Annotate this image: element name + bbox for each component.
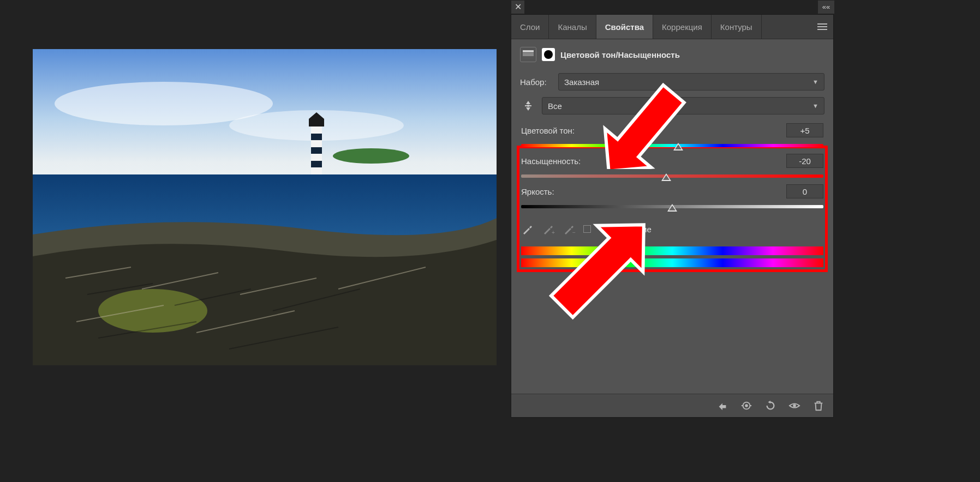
adjustment-title: Цветовой тон/Насыщенность: [560, 50, 680, 59]
svg-text:−: −: [572, 230, 576, 236]
hue-slider[interactable]: [521, 141, 823, 149]
clip-to-layer-icon[interactable]: [716, 400, 728, 412]
svg-point-5: [333, 148, 409, 164]
targeted-adjustment-icon[interactable]: [520, 98, 536, 114]
svg-rect-7: [311, 134, 322, 140]
document-canvas[interactable]: [33, 49, 497, 365]
svg-point-20: [793, 404, 796, 407]
range-row: Все ▼: [511, 94, 833, 118]
saturation-slider[interactable]: [521, 171, 823, 180]
chevron-down-icon: ▼: [812, 79, 818, 85]
chevron-down-icon: ▼: [812, 103, 818, 109]
hue-value-input[interactable]: +5: [786, 123, 823, 137]
tab-paths[interactable]: Контуры: [712, 15, 762, 39]
svg-point-15: [527, 105, 529, 107]
edited-image: [33, 49, 497, 365]
preset-value: Заказная: [564, 77, 599, 87]
eyedropper-icon[interactable]: [521, 222, 534, 236]
colorize-label: Тонирование: [602, 225, 652, 234]
svg-text:+: +: [552, 230, 555, 236]
range-value: Все: [548, 101, 562, 111]
reset-icon[interactable]: [764, 400, 776, 412]
lightness-slider-thumb[interactable]: [667, 204, 677, 212]
saturation-slider-block: Насыщенность: -20: [511, 152, 833, 182]
visibility-icon[interactable]: [788, 400, 800, 412]
svg-rect-8: [311, 147, 322, 154]
app-workspace: ✕ «« Слои Каналы Свойства Коррекция Конт…: [0, 0, 980, 482]
hue-slider-block: Цветовой тон: +5: [511, 121, 833, 152]
saturation-value-input[interactable]: -20: [786, 154, 823, 168]
lightness-value-input[interactable]: 0: [786, 184, 823, 198]
svg-rect-14: [523, 57, 534, 59]
tab-channels[interactable]: Каналы: [549, 15, 596, 39]
view-previous-state-icon[interactable]: [740, 400, 752, 412]
output-spectrum-bar: [521, 258, 823, 267]
color-range-select[interactable]: Все ▼: [542, 97, 824, 115]
layer-mask-icon[interactable]: [542, 48, 555, 61]
hue-sat-adjustment-icon: [520, 47, 536, 62]
lightness-slider-block: Яркость: 0: [511, 182, 833, 213]
lightness-label: Яркость:: [521, 187, 554, 196]
hue-label: Цветовой тон:: [521, 126, 575, 135]
hue-slider-thumb[interactable]: [673, 143, 683, 150]
collapse-icon[interactable]: ««: [818, 1, 834, 14]
input-spectrum-bar: [521, 246, 823, 255]
eyedropper-add-icon[interactable]: +: [542, 222, 555, 236]
panel-menu-icon[interactable]: [811, 15, 833, 39]
trash-icon[interactable]: [812, 400, 824, 412]
svg-point-19: [745, 404, 748, 407]
panel-footer: [511, 394, 833, 417]
svg-rect-9: [311, 161, 322, 167]
svg-point-4: [98, 289, 207, 333]
properties-panel: ✕ «« Слои Каналы Свойства Коррекция Конт…: [511, 14, 834, 418]
eyedropper-row: + − Тонирование: [511, 213, 833, 241]
adjustment-header: Цветовой тон/Насыщенность: [511, 39, 833, 70]
tab-layers[interactable]: Слои: [511, 15, 549, 39]
eyedropper-subtract-icon[interactable]: −: [563, 222, 576, 236]
colorize-checkbox[interactable]: [583, 225, 591, 233]
saturation-label: Насыщенность:: [521, 156, 581, 166]
tab-properties[interactable]: Свойства: [596, 15, 653, 39]
preset-row: Набор: Заказная ▼: [511, 70, 833, 94]
svg-rect-12: [523, 53, 534, 56]
preset-label: Набор:: [520, 77, 553, 87]
close-icon[interactable]: ✕: [511, 1, 524, 14]
preset-select[interactable]: Заказная ▼: [558, 73, 824, 91]
saturation-slider-thumb[interactable]: [661, 173, 671, 181]
lightness-slider[interactable]: [521, 202, 823, 210]
svg-rect-10: [309, 119, 324, 126]
tab-adjustments[interactable]: Коррекция: [653, 15, 712, 39]
color-spectrum: [511, 241, 833, 276]
svg-rect-13: [523, 50, 534, 52]
panel-tabs: Слои Каналы Свойства Коррекция Контуры: [511, 15, 833, 39]
